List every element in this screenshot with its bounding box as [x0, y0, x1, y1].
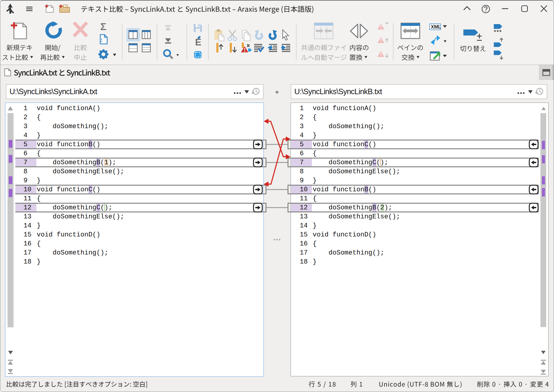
svg-text:XML: XML	[431, 24, 441, 29]
svg-text:Σ: Σ	[100, 21, 106, 32]
